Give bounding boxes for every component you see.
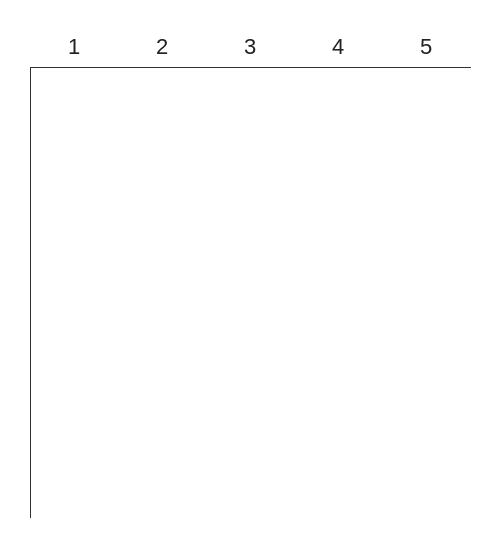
- column-headers: 12345: [30, 27, 470, 67]
- bingo-grid: [30, 67, 471, 518]
- header-col-2: 2: [118, 27, 206, 67]
- header-col-5: 5: [382, 27, 470, 67]
- header-col-3: 3: [206, 27, 294, 67]
- header-col-4: 4: [294, 27, 382, 67]
- bingo-board: 12345: [20, 17, 481, 528]
- header-col-1: 1: [30, 27, 118, 67]
